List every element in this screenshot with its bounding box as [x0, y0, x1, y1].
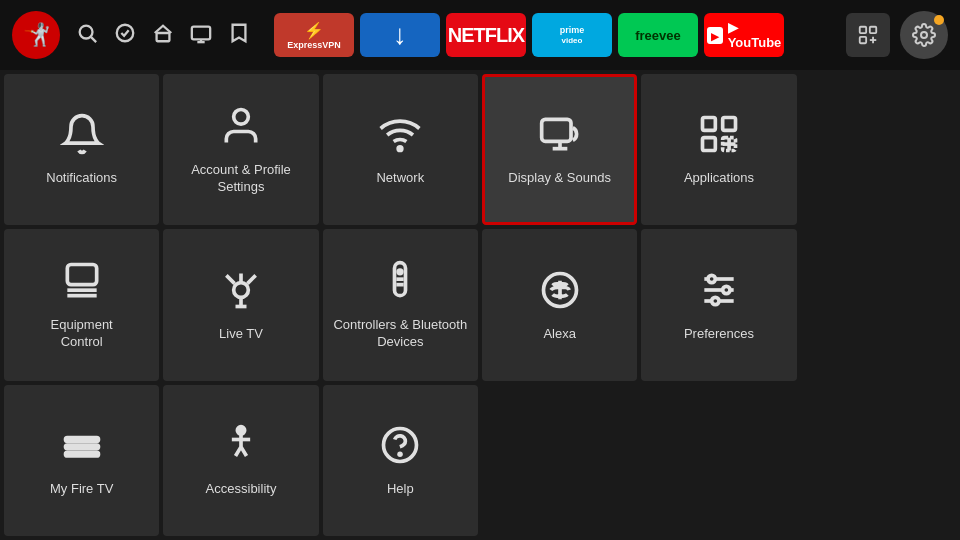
- question-icon: [378, 423, 422, 471]
- empty-cell-3: [482, 385, 637, 536]
- alexa-label: Alexa: [543, 326, 576, 343]
- alexa-tile[interactable]: Alexa: [482, 229, 637, 380]
- live-tv-label: Live TV: [219, 326, 263, 343]
- empty-cell-5: [801, 385, 956, 536]
- svg-point-13: [234, 109, 249, 124]
- fire-tv-icon: [60, 423, 104, 471]
- tv-icon[interactable]: [190, 22, 212, 49]
- monitor-sound-icon: [538, 112, 582, 160]
- tv-remote-icon: [60, 259, 104, 307]
- person-icon: [219, 104, 263, 152]
- svg-rect-43: [65, 452, 98, 456]
- preferences-tile[interactable]: Preferences: [641, 229, 796, 380]
- svg-line-1: [91, 37, 96, 42]
- sliders-icon: [697, 268, 741, 316]
- svg-rect-20: [702, 138, 715, 151]
- svg-point-39: [723, 286, 730, 293]
- equipment-control-label: Equipment Control: [51, 317, 113, 351]
- top-navigation-bar: 🤺 ⚡ ExpressVPN ↓ NETFLIX: [0, 0, 960, 70]
- bookmark-icon[interactable]: [228, 22, 250, 49]
- youtube-app[interactable]: ▶ ▶ YouTube: [704, 13, 784, 57]
- svg-point-44: [237, 427, 244, 434]
- freevee-label: freevee: [635, 28, 681, 43]
- freevee-app[interactable]: freevee: [618, 13, 698, 57]
- home-icon[interactable]: [152, 22, 174, 49]
- empty-cell-2: [801, 229, 956, 380]
- nav-icons-group: [76, 22, 250, 49]
- svg-point-31: [398, 270, 402, 274]
- accessibility-icon: [219, 423, 263, 471]
- empty-cell-1: [801, 74, 956, 225]
- svg-rect-41: [65, 438, 98, 442]
- svg-rect-18: [702, 118, 715, 131]
- svg-rect-7: [860, 27, 866, 33]
- check-circle-icon[interactable]: [114, 22, 136, 49]
- live-tv-tile[interactable]: Live TV: [163, 229, 318, 380]
- apps-icon: [697, 112, 741, 160]
- svg-point-40: [712, 297, 719, 304]
- add-app-button[interactable]: [846, 13, 890, 57]
- svg-rect-8: [870, 27, 876, 33]
- settings-button[interactable]: [900, 11, 948, 59]
- downloader-app[interactable]: ↓: [360, 13, 440, 57]
- account-profile-tile[interactable]: Account & Profile Settings: [163, 74, 318, 225]
- applications-label: Applications: [684, 170, 754, 187]
- user-avatar[interactable]: 🤺: [12, 11, 60, 59]
- preferences-label: Preferences: [684, 326, 754, 343]
- svg-point-27: [234, 282, 249, 297]
- svg-rect-15: [541, 120, 570, 142]
- my-fire-tv-tile[interactable]: My Fire TV: [4, 385, 159, 536]
- remote-icon: [378, 259, 422, 307]
- svg-rect-24: [67, 265, 96, 285]
- expressvpn-app[interactable]: ⚡ ExpressVPN: [274, 13, 354, 57]
- svg-point-12: [921, 32, 927, 38]
- alexa-icon: [538, 268, 582, 316]
- youtube-play-icon: ▶: [707, 27, 723, 44]
- network-label: Network: [376, 170, 424, 187]
- right-icons-group: [846, 11, 948, 59]
- antenna-icon: [219, 268, 263, 316]
- accessibility-label: Accessibility: [206, 481, 277, 498]
- svg-rect-4: [192, 26, 210, 39]
- help-label: Help: [387, 481, 414, 498]
- my-fire-tv-label: My Fire TV: [50, 481, 113, 498]
- app-shortcuts: ⚡ ExpressVPN ↓ NETFLIX prime video freev…: [274, 13, 838, 57]
- display-sounds-label: Display & Sounds: [508, 170, 611, 187]
- notifications-label: Notifications: [46, 170, 117, 187]
- prime-video-app[interactable]: prime video: [532, 13, 612, 57]
- search-icon[interactable]: [76, 22, 98, 49]
- display-sounds-tile[interactable]: Display & Sounds: [482, 74, 637, 225]
- account-profile-label: Account & Profile Settings: [191, 162, 291, 196]
- accessibility-tile[interactable]: Accessibility: [163, 385, 318, 536]
- svg-rect-19: [723, 118, 736, 131]
- svg-rect-42: [65, 445, 98, 449]
- empty-cell-4: [641, 385, 796, 536]
- svg-rect-9: [860, 37, 866, 43]
- netflix-label: NETFLIX: [448, 24, 524, 47]
- wifi-icon: [378, 112, 422, 160]
- svg-point-14: [398, 147, 402, 151]
- settings-grid: Notifications Account & Profile Settings…: [0, 70, 960, 540]
- svg-point-38: [708, 275, 715, 282]
- controllers-bluetooth-tile[interactable]: Controllers & Bluetooth Devices: [323, 229, 478, 380]
- controllers-bluetooth-label: Controllers & Bluetooth Devices: [333, 317, 467, 351]
- netflix-app[interactable]: NETFLIX: [446, 13, 526, 57]
- network-tile[interactable]: Network: [323, 74, 478, 225]
- applications-tile[interactable]: Applications: [641, 74, 796, 225]
- equipment-control-tile[interactable]: Equipment Control: [4, 229, 159, 380]
- bell-icon: [60, 112, 104, 160]
- svg-point-0: [80, 25, 93, 38]
- youtube-label: ▶ YouTube: [728, 20, 782, 50]
- svg-rect-3: [157, 33, 170, 41]
- notifications-tile[interactable]: Notifications: [4, 74, 159, 225]
- help-tile[interactable]: Help: [323, 385, 478, 536]
